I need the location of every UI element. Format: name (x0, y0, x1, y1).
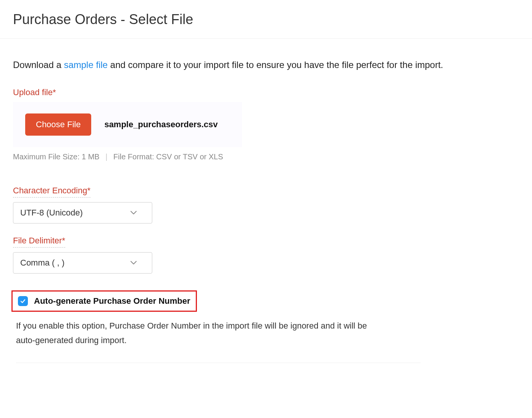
hint-max-size: Maximum File Size: 1 MB (13, 152, 100, 161)
choose-file-button[interactable]: Choose File (25, 113, 91, 136)
autogen-label: Auto-generate Purchase Order Number (34, 296, 190, 306)
autogen-highlight: Auto-generate Purchase Order Number (11, 290, 197, 312)
upload-field: Upload file* Choose File sample_purchase… (13, 87, 445, 161)
upload-label: Upload file* (13, 87, 56, 97)
intro-text: Download a sample file and compare it to… (13, 58, 445, 72)
page-title: Purchase Orders - Select File (0, 0, 532, 38)
hint-file-format: File Format: CSV or TSV or XLS (113, 152, 223, 161)
delimiter-label: File Delimiter* (13, 236, 65, 248)
autogen-checkbox[interactable] (18, 296, 28, 306)
autogen-help-text: If you enable this option, Purchase Orde… (16, 319, 382, 347)
chevron-down-icon (131, 261, 137, 265)
upload-hint: Maximum File Size: 1 MB | File Format: C… (13, 152, 445, 161)
intro-before: Download a (13, 60, 64, 70)
hint-separator: | (105, 152, 107, 161)
encoding-select[interactable]: UTF-8 (Unicode) (13, 202, 152, 224)
upload-box: Choose File sample_purchaseorders.csv (13, 102, 242, 147)
intro-after: and compare it to your import file to en… (108, 60, 443, 70)
chevron-down-icon (131, 211, 137, 215)
section-divider (16, 363, 421, 363)
check-icon (20, 298, 26, 304)
selected-file-name: sample_purchaseorders.csv (104, 120, 218, 130)
delimiter-field: File Delimiter* Comma ( , ) (13, 236, 445, 274)
delimiter-select[interactable]: Comma ( , ) (13, 252, 152, 274)
encoding-value: UTF-8 (Unicode) (20, 208, 83, 218)
encoding-label: Character Encoding* (13, 186, 90, 198)
form-content: Download a sample file and compare it to… (0, 39, 458, 363)
sample-file-link[interactable]: sample file (64, 60, 108, 70)
delimiter-value: Comma ( , ) (20, 258, 64, 268)
encoding-field: Character Encoding* UTF-8 (Unicode) (13, 186, 445, 224)
